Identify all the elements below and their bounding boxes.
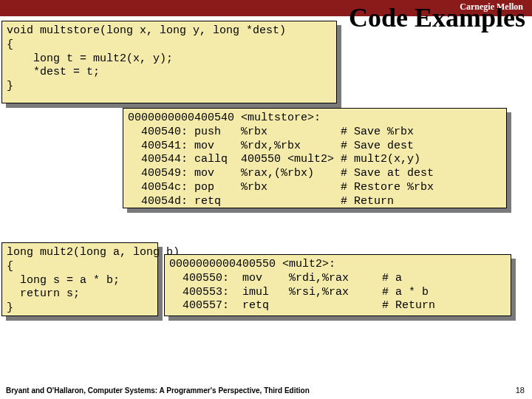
- page-number: 18: [516, 386, 525, 395]
- footer-citation: Bryant and O'Hallaron, Computer Systems:…: [6, 386, 310, 395]
- code-mult2-asm: 0000000000400550 <mult2>: 400550: mov %r…: [164, 254, 511, 316]
- slide-title: Code Examples: [349, 4, 525, 33]
- code-multstore-asm: 0000000000400540 <multstore>: 400540: pu…: [123, 108, 507, 208]
- code-multstore-c: void multstore(long x, long y, long *des…: [1, 21, 337, 103]
- code-mult2-c: long mult2(long a, long b) { long s = a …: [1, 242, 158, 316]
